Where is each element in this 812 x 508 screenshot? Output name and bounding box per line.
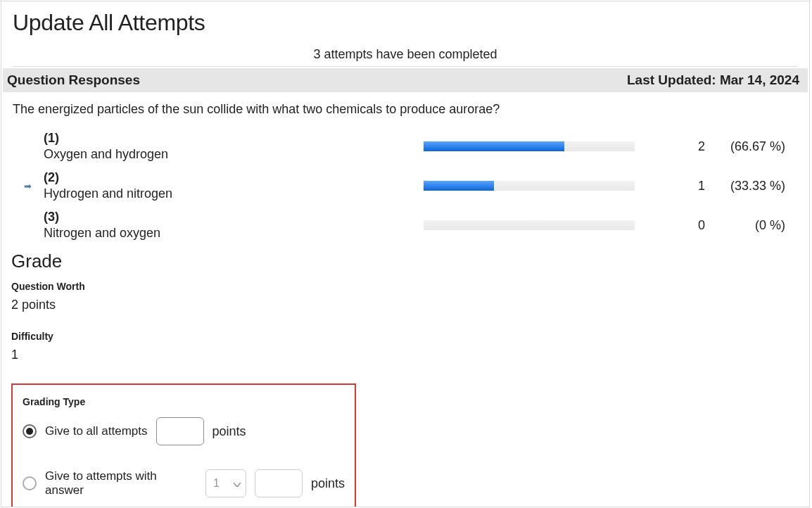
response-row: ➡ (2) Hydrogen and nitrogen 1 (33.33 %) — [11, 166, 799, 205]
bar-track — [424, 181, 635, 191]
points-suffix: points — [311, 476, 345, 491]
response-answer: (1) Oxygen and hydrogen — [44, 131, 424, 162]
points-all-input[interactable] — [156, 417, 204, 445]
question-worth-value: 2 points — [11, 298, 799, 331]
response-percent: (66.67 %) — [705, 139, 789, 154]
response-number: (1) — [44, 131, 417, 146]
bar-track — [424, 220, 635, 230]
page-container: Update All Attempts 3 attempts have been… — [1, 1, 810, 507]
points-suffix: points — [212, 424, 246, 439]
grade-heading: Grade — [11, 248, 799, 281]
last-updated-label: Last Updated: Mar 14, 2024 — [627, 72, 799, 88]
answer-select-value: 1 — [213, 477, 220, 490]
response-text: Oxygen and hydrogen — [44, 147, 417, 162]
bar-fill — [424, 141, 564, 151]
response-bar — [424, 181, 649, 191]
difficulty-value: 1 — [11, 348, 799, 381]
question-worth-label: Question Worth — [11, 281, 799, 298]
response-list: (1) Oxygen and hydrogen 2 (66.67 %) ➡ (2… — [11, 127, 799, 248]
response-text: Hydrogen and nitrogen — [44, 186, 417, 201]
response-answer: (3) Nitrogen and oxygen — [44, 210, 424, 241]
divider — [13, 66, 798, 67]
arrow-right-icon: ➡ — [24, 181, 32, 191]
response-indicator: ➡ — [11, 181, 44, 191]
points-answer-input[interactable] — [255, 469, 303, 497]
response-count: 0 — [649, 218, 705, 233]
grading-type-box: Grading Type Give to all attempts points… — [11, 383, 356, 507]
radio-dot-icon — [26, 428, 33, 435]
radio-give-all-label: Give to all attempts — [45, 424, 148, 438]
grading-type-label: Grading Type — [23, 396, 345, 417]
section-heading: Question Responses — [7, 72, 140, 88]
answer-select[interactable]: 1 — [205, 469, 246, 497]
response-count: 2 — [649, 139, 705, 154]
bar-track — [424, 141, 635, 151]
bar-fill — [424, 181, 494, 191]
radio-give-answer-label: Give to attempts with answer — [45, 469, 197, 497]
attempts-status-text: 3 attempts have been completed — [1, 42, 809, 66]
response-text: Nitrogen and oxygen — [44, 226, 417, 241]
response-row: (1) Oxygen and hydrogen 2 (66.67 %) — [11, 127, 799, 166]
question-responses-header: Question Responses Last Updated: Mar 14,… — [3, 68, 808, 92]
response-percent: (0 %) — [705, 218, 789, 233]
answer-select-wrap: 1 — [205, 469, 246, 497]
radio-give-all[interactable] — [23, 424, 37, 438]
page-title: Update All Attempts — [1, 1, 809, 42]
response-bar — [424, 220, 649, 230]
response-number: (3) — [44, 210, 417, 224]
grading-option-all-row: Give to all attempts points — [23, 417, 345, 445]
difficulty-label: Difficulty — [11, 331, 799, 348]
response-count: 1 — [649, 179, 705, 193]
grading-option-answer-row: Give to attempts with answer 1 points — [23, 469, 345, 497]
question-text: The energized particles of the sun colli… — [11, 92, 799, 127]
response-bar — [424, 141, 649, 151]
response-number: (2) — [44, 170, 417, 185]
response-row: (3) Nitrogen and oxygen 0 (0 %) — [11, 205, 799, 245]
radio-give-answer[interactable] — [23, 476, 37, 490]
response-answer: (2) Hydrogen and nitrogen — [44, 170, 424, 201]
response-percent: (33.33 %) — [705, 179, 789, 193]
